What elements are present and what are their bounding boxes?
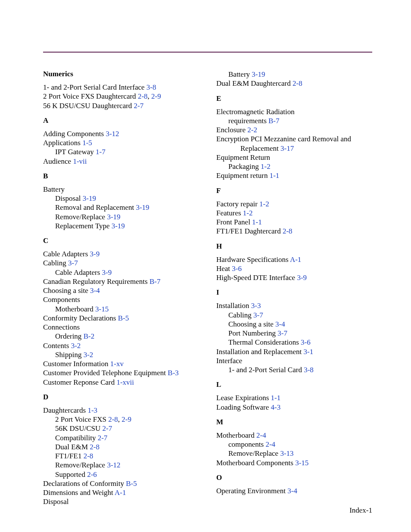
page-ref-link[interactable]: 3-19 bbox=[83, 194, 96, 202]
index-entry-text: Motherboard bbox=[216, 431, 255, 439]
page-ref-link[interactable]: 3-19 bbox=[112, 222, 125, 230]
index-entry: Dual E&M Daughtercard 2-8 bbox=[216, 79, 372, 88]
page-ref-link[interactable]: 3-7 bbox=[277, 329, 287, 337]
index-columns: Numerics1- and 2-Port Serial Card Interf… bbox=[43, 70, 372, 507]
page-ref-link[interactable]: 2-6 bbox=[87, 470, 97, 479]
index-entry-text: Disposal bbox=[43, 498, 69, 506]
index-entry-text: 56 K DSU/CSU Daughtercard bbox=[43, 102, 132, 110]
page-ref-link[interactable]: 3-19 bbox=[136, 203, 149, 212]
page-ref-link[interactable]: 3-15 bbox=[95, 305, 109, 313]
page-ref-link[interactable]: 3-12 bbox=[107, 461, 120, 469]
index-letter-heading: E bbox=[216, 94, 372, 103]
page-ref-link[interactable]: 2-4 bbox=[265, 440, 275, 448]
page-ref-link[interactable]: 1-1 bbox=[270, 171, 280, 180]
page-ref-link[interactable]: 1-1 bbox=[271, 394, 281, 402]
page-ref-link[interactable]: 3-15 bbox=[295, 459, 308, 467]
page-ref-link[interactable]: A-1 bbox=[290, 255, 301, 264]
page-ref-link[interactable]: 3-7 bbox=[253, 311, 263, 319]
index-entry: Motherboard 3-15 bbox=[43, 305, 199, 314]
page-ref-link[interactable]: 2-8 bbox=[108, 415, 118, 423]
page-ref-link[interactable]: B-3 bbox=[168, 369, 179, 377]
page-ref-link[interactable]: B-7 bbox=[149, 277, 161, 286]
index-entry-text: FT1/FE1 bbox=[55, 452, 81, 460]
page-ref-link[interactable]: 3-1 bbox=[304, 348, 314, 356]
index-entry: Removal and Replacement 3-19 bbox=[43, 203, 199, 212]
index-entry: Adding Components 3-12 bbox=[43, 129, 199, 138]
page-ref-link[interactable]: 2-7 bbox=[103, 424, 112, 432]
page-ref-link[interactable]: 1-7 bbox=[96, 148, 106, 156]
page-ref-link[interactable]: 3-4 bbox=[287, 487, 297, 495]
index-entry-text: Encryption PCI Mezzanine card Removal an… bbox=[216, 135, 351, 143]
index-entry: Operating Environment 3-4 bbox=[216, 486, 372, 495]
page-ref-link[interactable]: 2-7 bbox=[98, 434, 108, 442]
page-ref-link[interactable]: 3-19 bbox=[107, 213, 120, 221]
index-entry-text: Ordering bbox=[55, 332, 81, 340]
index-entry: 1- and 2-Port Serial Card Interface 3-8 bbox=[43, 83, 199, 92]
page-ref-link[interactable]: 4-3 bbox=[271, 403, 281, 411]
page-ref-link[interactable]: 1-2 bbox=[243, 209, 253, 217]
index-entry-text: Loading Software bbox=[216, 403, 269, 411]
index-letter-heading: I bbox=[216, 288, 372, 297]
page-ref-link[interactable]: 3-6 bbox=[301, 338, 311, 346]
index-entry: Factory repair 1-2 bbox=[216, 199, 372, 208]
page-ref-link[interactable]: 1-3 bbox=[87, 406, 97, 414]
index-entry-text: Battery bbox=[43, 185, 65, 193]
page-ref-link[interactable]: 3-8 bbox=[304, 366, 314, 374]
page-ref-link[interactable]: 3-17 bbox=[280, 144, 294, 152]
index-entry: Choosing a site 3-4 bbox=[216, 320, 372, 329]
page-ref-link[interactable]: 3-19 bbox=[252, 70, 265, 78]
index-entry-text: Cabling bbox=[228, 311, 252, 319]
page-ref-link[interactable]: 2-8 bbox=[293, 79, 302, 87]
index-entry: Applications 1-5 bbox=[43, 138, 199, 147]
index-entry-text: Canadian Regulatory Requirements bbox=[43, 277, 148, 286]
index-entry-text: Port Numbering bbox=[228, 329, 276, 337]
page-ref-link[interactable]: 2-9 bbox=[151, 92, 161, 100]
index-entry-text: Electromagnetic Radiation bbox=[216, 108, 295, 116]
page-ref-link[interactable]: 3-9 bbox=[102, 268, 112, 277]
page-ref-link[interactable]: 3-9 bbox=[297, 274, 307, 282]
page-ref-link[interactable]: 3-7 bbox=[68, 259, 78, 267]
page-ref-link[interactable]: 2-9 bbox=[121, 415, 131, 423]
page-ref-link[interactable]: 2-8 bbox=[283, 227, 293, 235]
page-ref-link[interactable]: 3-12 bbox=[106, 130, 119, 138]
page-ref-link[interactable]: 3-13 bbox=[280, 449, 293, 457]
page-ref-link[interactable]: A-1 bbox=[115, 488, 126, 497]
page-ref-link[interactable]: 2-7 bbox=[134, 102, 144, 110]
page-ref-link[interactable]: 3-4 bbox=[275, 320, 285, 328]
index-entry: Electromagnetic Radiation bbox=[216, 107, 372, 116]
index-entry: IPT Gateway 1-7 bbox=[43, 147, 199, 156]
index-entry: Cable Adapters 3-9 bbox=[43, 268, 199, 277]
index-entry: Enclosure 2-2 bbox=[216, 125, 372, 134]
page-ref-link[interactable]: 3-4 bbox=[90, 286, 100, 295]
page-ref-link[interactable]: 3-6 bbox=[232, 264, 242, 273]
page-ref-link[interactable]: 2-8 bbox=[90, 443, 100, 451]
page-ref-link[interactable]: 2-8 bbox=[138, 92, 148, 100]
page-ref-link[interactable]: 2-4 bbox=[256, 431, 266, 439]
page-ref-link[interactable]: B-5 bbox=[126, 479, 137, 488]
page-ref-link[interactable]: 1-2 bbox=[261, 162, 271, 171]
page-ref-link[interactable]: 3-8 bbox=[146, 83, 156, 91]
index-entry-text: IPT Gateway bbox=[55, 148, 94, 156]
index-entry-text: Customer Information bbox=[43, 360, 109, 368]
page-ref-link[interactable]: 3-2 bbox=[84, 351, 93, 359]
page-ref-link[interactable]: 2-8 bbox=[84, 452, 93, 460]
index-entry-text: Choosing a site bbox=[228, 320, 274, 328]
index-entry: Cable Adapters 3-9 bbox=[43, 249, 199, 258]
page-ref-link[interactable]: 3-9 bbox=[90, 250, 100, 258]
page-ref-link[interactable]: 1-2 bbox=[259, 200, 269, 208]
page-ref-link[interactable]: 3-3 bbox=[251, 302, 261, 310]
page-ref-link[interactable]: 1-1 bbox=[252, 218, 262, 226]
index-entry: Ordering B-2 bbox=[43, 332, 199, 341]
page-ref-link[interactable]: 2-2 bbox=[247, 126, 257, 134]
page-ref-link[interactable]: B-7 bbox=[268, 117, 280, 125]
index-entry: Encryption PCI Mezzanine card Removal an… bbox=[216, 134, 372, 143]
index-entry: Interface bbox=[216, 356, 372, 365]
page-ref-link[interactable]: 3-2 bbox=[71, 342, 81, 350]
index-entry-text: 2 Port Voice FXS bbox=[55, 415, 106, 423]
page-ref-link[interactable]: 1-xvii bbox=[116, 378, 134, 386]
page-ref-link[interactable]: B-2 bbox=[84, 332, 95, 340]
page-ref-link[interactable]: B-5 bbox=[118, 314, 129, 322]
page-ref-link[interactable]: 1-5 bbox=[82, 139, 92, 147]
page-ref-link[interactable]: 1-xv bbox=[110, 360, 124, 368]
page-ref-link[interactable]: 1-vii bbox=[73, 157, 87, 165]
